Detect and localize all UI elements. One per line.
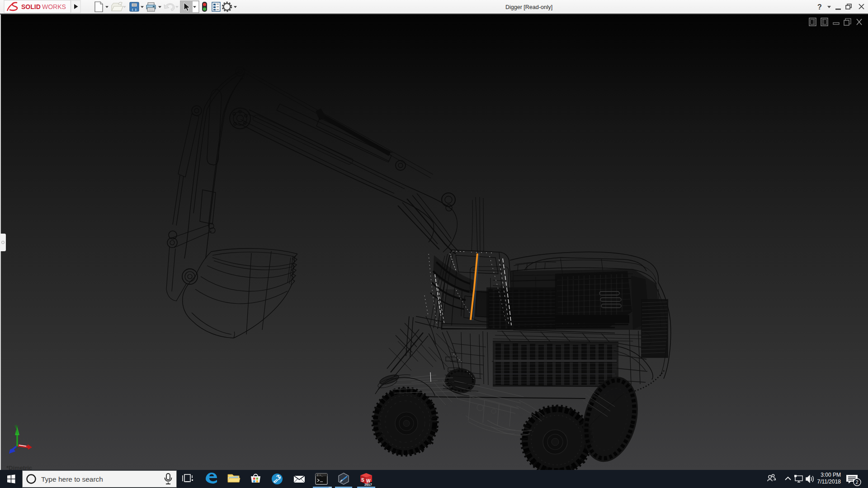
svg-text:?: ? [817,3,822,11]
svg-text:2017: 2017 [364,483,372,487]
svg-text:SOLID: SOLID [21,3,41,10]
svg-text:WORKS: WORKS [42,3,66,10]
svg-text:Type here to search: Type here to search [41,475,103,483]
svg-text:C:\_: C:\_ [317,474,323,477]
svg-text:S: S [361,478,364,483]
svg-text:Digger [Read-only]: Digger [Read-only] [505,4,552,10]
svg-text:2: 2 [856,479,859,485]
